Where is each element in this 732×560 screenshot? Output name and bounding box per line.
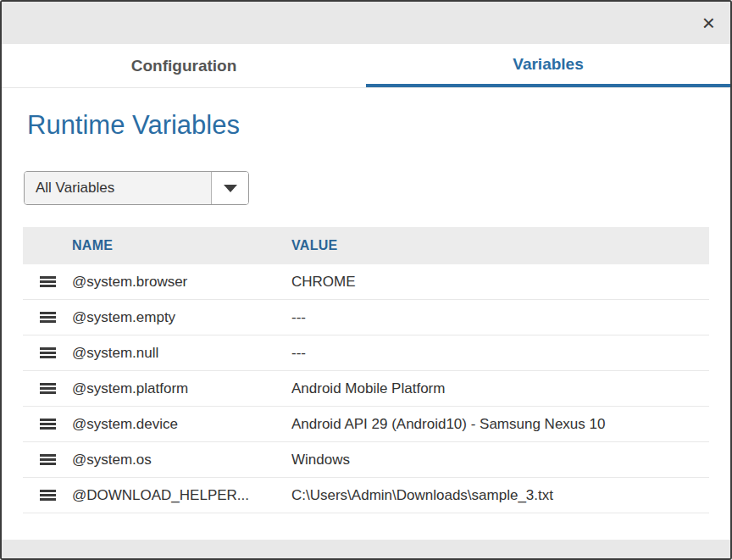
row-menu-icon[interactable]: [23, 312, 72, 323]
variable-name: @system.platform: [72, 380, 291, 397]
row-menu-icon[interactable]: [23, 383, 72, 394]
header-name: NAME: [72, 238, 291, 253]
variables-table: NAME VALUE @system.browser CHROME @syste…: [23, 227, 709, 513]
hamburger-icon: [40, 383, 56, 394]
dropdown-arrow-button[interactable]: [211, 172, 248, 204]
table-row: @DOWNLOAD_HELPER... C:\Users\Admin\Downl…: [23, 478, 709, 513]
row-menu-icon[interactable]: [23, 419, 72, 430]
runtime-variables-dialog: × Configuration Variables Runtime Variab…: [0, 0, 732, 560]
dialog-titlebar: ×: [2, 2, 730, 44]
variable-name: @system.null: [72, 345, 291, 362]
variable-value: Android API 29 (Android10) - Samsung Nex…: [291, 416, 709, 433]
table-row: @system.empty ---: [23, 300, 709, 335]
dropdown-selected-value: All Variables: [25, 172, 211, 204]
hamburger-icon: [40, 312, 56, 323]
variable-value: CHROME: [291, 274, 709, 291]
variable-name: @system.device: [72, 416, 291, 433]
row-menu-icon[interactable]: [23, 454, 72, 465]
row-menu-icon[interactable]: [23, 347, 72, 358]
variable-value: C:\Users\Admin\Downloads\sample_3.txt: [291, 487, 709, 504]
table-header-row: NAME VALUE: [23, 227, 709, 264]
table-row: @system.platform Android Mobile Platform: [23, 371, 709, 407]
variable-name: @DOWNLOAD_HELPER...: [72, 487, 291, 504]
hamburger-icon: [40, 490, 56, 501]
hamburger-icon: [40, 454, 56, 465]
dialog-footer-strip: [2, 540, 730, 558]
page-title: Runtime Variables: [27, 110, 730, 141]
variable-value: ---: [291, 345, 709, 362]
hamburger-icon: [40, 347, 56, 358]
close-icon[interactable]: ×: [702, 12, 715, 34]
tab-variables[interactable]: Variables: [366, 44, 730, 87]
table-row: @system.device Android API 29 (Android10…: [23, 407, 709, 442]
hamburger-icon: [40, 419, 56, 430]
variable-name: @system.os: [72, 452, 291, 469]
table-row: @system.null ---: [23, 335, 709, 371]
chevron-down-icon: [224, 185, 237, 192]
tab-configuration[interactable]: Configuration: [2, 44, 366, 87]
table-row: @system.os Windows: [23, 442, 709, 478]
variable-value: Windows: [291, 452, 709, 469]
variable-name: @system.empty: [72, 309, 291, 326]
hamburger-icon: [40, 276, 56, 287]
row-menu-icon[interactable]: [23, 490, 72, 501]
tab-bar: Configuration Variables: [2, 44, 730, 88]
variable-name: @system.browser: [72, 274, 291, 291]
table-row: @system.browser CHROME: [23, 264, 709, 300]
variable-value: Android Mobile Platform: [291, 380, 709, 397]
variables-filter-dropdown[interactable]: All Variables: [24, 171, 249, 205]
header-value: VALUE: [291, 238, 709, 253]
row-menu-icon[interactable]: [23, 276, 72, 287]
variable-value: ---: [291, 309, 709, 326]
